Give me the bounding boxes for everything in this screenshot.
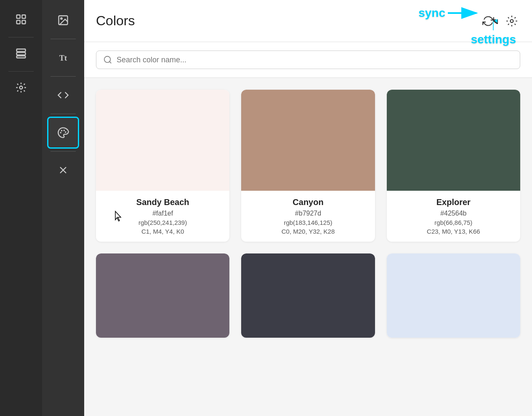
svg-rect-2 xyxy=(17,20,20,24)
nav-divider-2 xyxy=(8,71,34,72)
color-name-explorer: Explorer xyxy=(394,197,513,207)
color-card-4[interactable] xyxy=(96,253,229,338)
gear-btn[interactable]: settings xyxy=(503,13,520,29)
text-icon: Tt xyxy=(57,52,69,64)
image-tool-btn[interactable] xyxy=(47,4,79,36)
svg-point-12 xyxy=(61,130,63,132)
color-rgb-canyon: rgb(183,146,125) xyxy=(248,219,368,226)
code-icon xyxy=(57,89,69,101)
svg-rect-4 xyxy=(17,49,26,52)
close-icon xyxy=(57,164,69,176)
svg-text:Tt: Tt xyxy=(59,53,67,62)
gear-icon xyxy=(506,15,518,27)
color-swatch-5 xyxy=(241,253,375,338)
color-cmyk-canyon: C0, M20, Y32, K28 xyxy=(248,228,368,235)
color-card-5[interactable] xyxy=(241,253,375,338)
grid-icon xyxy=(15,13,27,25)
color-swatch-6 xyxy=(387,253,520,338)
image-icon xyxy=(57,14,69,26)
svg-rect-6 xyxy=(17,56,26,58)
svg-rect-1 xyxy=(22,15,25,19)
search-container xyxy=(84,42,532,78)
text-tool-btn[interactable]: Tt xyxy=(47,42,79,74)
color-rgb-explorer: rgb(66,86,75) xyxy=(394,219,513,226)
main-panel: Colors sync xyxy=(84,0,532,416)
color-card-6[interactable] xyxy=(387,253,520,338)
svg-point-22 xyxy=(104,56,111,63)
sync-btn[interactable] xyxy=(480,13,497,29)
settings-left-icon xyxy=(15,82,27,93)
close-tool-btn[interactable] xyxy=(47,154,79,186)
svg-point-11 xyxy=(60,132,61,133)
tool-divider-2 xyxy=(51,76,76,77)
svg-line-23 xyxy=(109,61,111,63)
tool-divider-3 xyxy=(51,114,76,114)
color-card-canyon[interactable]: Canyon #b7927d rgb(183,146,125) C0, M20,… xyxy=(241,90,375,242)
color-swatch-4 xyxy=(96,253,229,338)
tool-bar: Tt xyxy=(42,0,84,416)
color-swatch-canyon xyxy=(241,90,375,191)
sync-icon xyxy=(482,15,494,27)
grid-icon-btn[interactable] xyxy=(8,7,34,32)
svg-point-19 xyxy=(511,19,513,22)
svg-rect-0 xyxy=(17,15,20,19)
nav-divider-1 xyxy=(8,37,34,37)
color-cmyk-sandy-beach: C1, M4, Y4, K0 xyxy=(103,228,223,235)
sync-label: sync xyxy=(418,6,445,20)
settings-icon-btn[interactable] xyxy=(8,75,34,100)
tool-divider-4 xyxy=(51,151,76,152)
search-bar xyxy=(96,51,520,69)
far-left-nav xyxy=(0,0,42,416)
color-name-canyon: Canyon xyxy=(248,197,368,207)
svg-point-14 xyxy=(65,131,66,133)
svg-point-9 xyxy=(61,18,62,19)
color-card-explorer[interactable]: Explorer #42564b rgb(66,86,75) C23, M0, … xyxy=(387,90,520,242)
svg-point-7 xyxy=(20,86,23,89)
color-info-explorer: Explorer #42564b rgb(66,86,75) C23, M0, … xyxy=(387,191,520,242)
color-swatch-explorer xyxy=(387,90,520,191)
color-name-sandy-beach: Sandy Beach xyxy=(103,197,223,207)
color-cmyk-explorer: C23, M0, Y13, K66 xyxy=(394,228,513,235)
layers-icon xyxy=(15,48,27,59)
color-grid-container: Sandy Beach #faf1ef rgb(250,241,239) C1,… xyxy=(84,78,532,416)
search-input[interactable] xyxy=(117,56,513,64)
palette-tool-btn[interactable] xyxy=(47,117,79,149)
color-hex-canyon: #b7927d xyxy=(248,210,368,217)
tool-divider-1 xyxy=(51,39,76,39)
color-grid: Sandy Beach #faf1ef rgb(250,241,239) C1,… xyxy=(96,90,520,338)
sync-annotation: sync xyxy=(418,6,481,20)
color-hex-sandy-beach: #faf1ef xyxy=(103,210,223,217)
color-rgb-sandy-beach: rgb(250,241,239) xyxy=(103,219,223,226)
search-icon xyxy=(103,55,112,64)
header: Colors sync xyxy=(84,0,532,42)
layers-icon-btn[interactable] xyxy=(8,41,34,66)
color-info-sandy-beach: Sandy Beach #faf1ef rgb(250,241,239) C1,… xyxy=(96,191,229,242)
svg-point-13 xyxy=(64,130,65,131)
sync-arrow-icon xyxy=(448,7,481,19)
palette-icon xyxy=(57,127,69,139)
svg-rect-5 xyxy=(17,53,26,55)
color-hex-explorer: #42564b xyxy=(394,210,513,217)
color-info-canyon: Canyon #b7927d rgb(183,146,125) C0, M20,… xyxy=(241,191,375,242)
color-card-sandy-beach[interactable]: Sandy Beach #faf1ef rgb(250,241,239) C1,… xyxy=(96,90,229,242)
color-swatch-sandy-beach xyxy=(96,90,229,191)
page-title: Colors xyxy=(96,13,135,29)
code-tool-btn[interactable] xyxy=(47,79,79,111)
svg-rect-3 xyxy=(22,20,25,24)
header-actions: settings xyxy=(480,13,520,29)
